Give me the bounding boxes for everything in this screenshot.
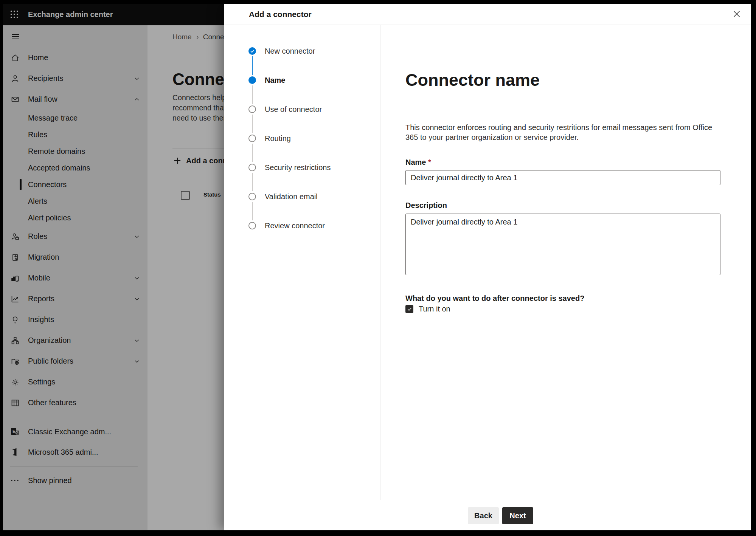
dialog-body: New connector Name Use of connector Rout… xyxy=(224,25,751,500)
wizard-step-name[interactable]: Name xyxy=(224,74,285,86)
name-field-label: Name * xyxy=(405,158,431,167)
step-upcoming-icon xyxy=(248,135,256,142)
step-upcoming-icon xyxy=(248,193,256,200)
step-connector-line xyxy=(252,115,253,133)
wizard-step-review-connector[interactable]: Review connector xyxy=(224,220,325,231)
turn-it-on-label: Turn it on xyxy=(419,305,450,313)
checkbox-checked-icon[interactable] xyxy=(405,305,413,313)
turn-it-on-checkbox-row[interactable]: Turn it on xyxy=(405,305,450,313)
step-connector-line xyxy=(252,173,253,191)
wizard-step-label: Routing xyxy=(265,134,291,143)
step-heading: Connector name xyxy=(405,70,540,90)
wizard-step-routing[interactable]: Routing xyxy=(224,133,291,144)
connector-name-input[interactable] xyxy=(405,170,720,185)
description-field-label: Description xyxy=(405,201,447,210)
required-asterisk: * xyxy=(428,158,431,166)
step-upcoming-icon xyxy=(248,105,256,113)
wizard-step-label: Validation email xyxy=(265,192,318,201)
step-upcoming-icon xyxy=(248,222,256,229)
next-button[interactable]: Next xyxy=(502,507,533,524)
step-connector-line xyxy=(252,56,253,75)
step-connector-line xyxy=(252,144,253,162)
step-connector-line xyxy=(252,202,253,220)
wizard-step-label: Review connector xyxy=(265,222,325,230)
step-current-icon xyxy=(248,76,256,84)
screen: Exchange admin center Home Recipients xyxy=(0,0,756,536)
exchange-admin-window: Exchange admin center Home Recipients xyxy=(3,4,751,530)
step-upcoming-icon xyxy=(248,164,256,171)
dialog-title: Add a connector xyxy=(249,4,312,25)
wizard-step-validation-email[interactable]: Validation email xyxy=(224,191,318,202)
wizard-step-security-restrictions[interactable]: Security restrictions xyxy=(224,162,331,173)
back-button[interactable]: Back xyxy=(468,507,499,524)
wizard-step-use-of-connector[interactable]: Use of connector xyxy=(224,104,322,115)
wizard-step-new-connector[interactable]: New connector xyxy=(224,45,315,57)
close-button[interactable] xyxy=(731,8,742,20)
wizard-step-label: Name xyxy=(265,76,285,85)
wizard-step-label: Security restrictions xyxy=(265,163,331,172)
step-description: This connector enforces routing and secu… xyxy=(405,122,725,142)
step-connector-line xyxy=(252,85,253,104)
connector-description-textarea[interactable]: Deliver journal directly to Area 1 xyxy=(405,214,720,275)
wizard-step-label: Use of connector xyxy=(265,105,322,114)
add-connector-dialog: Add a connector New connector xyxy=(224,4,751,530)
wizard-step-label: New connector xyxy=(265,47,315,56)
dialog-footer: Back Next xyxy=(224,500,751,530)
after-save-question: What do you want to do after connector i… xyxy=(405,294,584,303)
wizard-step-rail: New connector Name Use of connector Rout… xyxy=(224,25,380,500)
dialog-main-panel: Connector name This connector enforces r… xyxy=(380,25,751,500)
step-completed-check-icon xyxy=(248,47,256,55)
dialog-header: Add a connector xyxy=(224,4,751,25)
